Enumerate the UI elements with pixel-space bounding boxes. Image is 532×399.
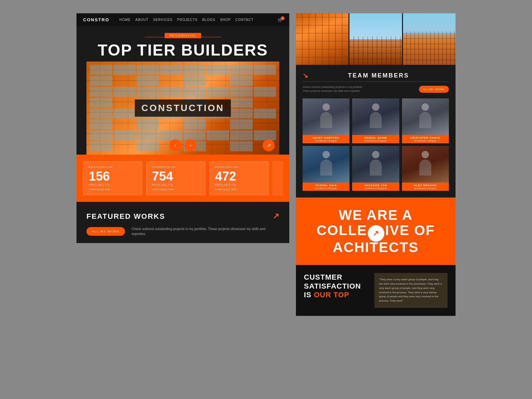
- team-desc: Check outmost outstanding projects in my…: [303, 85, 369, 93]
- nav-shop[interactable]: SHOP: [220, 18, 231, 22]
- member-role-1: Architecture Designer: [305, 140, 347, 142]
- collective-line2: COLLE↗IVE OF: [306, 223, 446, 240]
- featured-desc: Check outmost outstanding projects in my…: [132, 226, 279, 236]
- member-name-3: CRISTOFER SANTO: [404, 136, 447, 139]
- stat-renovation-desc: Lorem ipsum dolor: [215, 188, 263, 191]
- hero-title: TOP TIER BUILDERS: [86, 42, 279, 58]
- team-arrow-icon: ↘: [303, 71, 308, 79]
- building-image-1: [296, 13, 348, 65]
- stat-renovation-number: 472: [215, 170, 263, 183]
- collective-line1: WE ARE A: [306, 207, 446, 223]
- nav-blogs[interactable]: BLOGS: [202, 18, 215, 22]
- prev-slide-button[interactable]: ‹: [169, 139, 181, 151]
- collective-line4: ACHITECTS: [306, 240, 446, 255]
- member-role-2: Architecture Designer: [354, 140, 397, 142]
- collective-arrow-icon: ↗: [368, 225, 384, 242]
- all-my-work-button[interactable]: ALL MY WORK: [86, 227, 125, 236]
- team-divider: [303, 81, 449, 82]
- member-photo-3: [402, 98, 449, 135]
- nav-about[interactable]: ABOUT: [135, 18, 148, 22]
- member-name-6: ALEX DEKONO: [404, 184, 447, 187]
- member-badge-1: DAYAT SANTOSO Architecture Designer: [303, 135, 349, 143]
- featured-title: FEATURED WORKS: [86, 212, 165, 221]
- navbar: CONSTRO HOME ABOUT SERVICES PROJECTS BLO…: [76, 13, 289, 26]
- member-badge-6: ALEX DEKONO Architecture Designer: [402, 183, 449, 191]
- stat-partial: [273, 161, 283, 195]
- member-photo-6: [402, 146, 449, 183]
- featured-header: FEATURED WORKS ↙: [86, 212, 279, 221]
- stats-section: RESIDENTIAL 156 PROJECTS Lorem ipsum dol…: [76, 155, 289, 202]
- cart-badge: 0: [281, 16, 285, 20]
- stat-commercial-number: 754: [152, 170, 200, 183]
- featured-section: FEATURED WORKS ↙ ALL MY WORK Check outmo…: [76, 202, 289, 243]
- team-member-4: FEONAL ASIS Architecture Designer: [303, 146, 349, 191]
- team-member-6: ALEX DEKONO Architecture Designer: [402, 146, 449, 191]
- team-meta-row: Check outmost outstanding projects in my…: [303, 85, 449, 93]
- stat-commercial: COMMERCIAL 754 PROJECTS Lorem ipsum dolo…: [146, 161, 205, 195]
- nav-projects[interactable]: PROJECTS: [177, 18, 198, 22]
- team-title: TEAM MEMBERS: [308, 72, 449, 79]
- member-photo-2: [352, 98, 399, 135]
- person-silhouette-2: [367, 103, 384, 130]
- person-silhouette-4: [318, 151, 334, 178]
- slider-controls: ‹ ›: [169, 139, 197, 151]
- construction-overlay: CONSTUCTION: [135, 99, 231, 117]
- member-badge-2: DANIAL ADAM Architecture Designer: [352, 135, 399, 143]
- stat-commercial-desc: Lorem ipsum dolor: [152, 188, 200, 191]
- stat-residential-label: RESIDENTIAL: [89, 166, 137, 169]
- team-member-1: DAYAT SANTOSO Architecture Designer: [303, 98, 349, 143]
- satisfaction-section: CUSTMER SATISFACTION IS OUR TOP "They we…: [296, 265, 456, 316]
- stat-residential-sublabel: PROJECTS: [89, 183, 137, 187]
- stat-renovation: RENOVATION 472 PROJECTS Lorem ipsum dolo…: [209, 161, 269, 195]
- member-photo-5: [352, 146, 399, 183]
- right-panel: ↘ TEAM MEMBERS Check outmost outstanding…: [296, 13, 456, 316]
- featured-arrow-icon: ↙: [273, 212, 279, 221]
- nav-links: HOME ABOUT SERVICES PROJECTS BLOGS SHOP …: [119, 18, 271, 22]
- nav-home[interactable]: HOME: [119, 18, 131, 22]
- cart-icon[interactable]: 🛒0: [278, 18, 283, 22]
- satisfaction-title: CUSTMER SATISFACTION IS OUR TOP: [304, 273, 368, 299]
- person-silhouette-5: [367, 151, 384, 178]
- team-member-3: CRISTOFER SANTO Architecture Designer: [402, 98, 449, 143]
- member-role-6: Architecture Designer: [404, 187, 447, 190]
- member-badge-4: FEONAL ASIS Architecture Designer: [303, 183, 349, 191]
- top-images: [296, 13, 456, 65]
- stat-residential-desc: Lorem ipsum dolor: [89, 188, 137, 191]
- member-name-2: DANIAL ADAM: [354, 136, 397, 139]
- building-image-2: [349, 13, 402, 65]
- member-badge-3: CRISTOFER SANTO Architecture Designer: [402, 135, 449, 143]
- person-silhouette-1: [318, 103, 334, 130]
- team-section: ↘ TEAM MEMBERS Check outmost outstanding…: [296, 65, 456, 198]
- team-header: ↘ TEAM MEMBERS: [303, 71, 449, 79]
- member-role-3: Architecture Designer: [404, 140, 447, 142]
- hero-section: RESIDENTIAL TOP TIER BUILDERS CONSTUCTI: [76, 26, 289, 155]
- satisfaction-quote: "They were a very warm group of people, …: [374, 273, 448, 308]
- member-photo-4: [303, 146, 349, 183]
- hero-image: CONSTUCTION ‹ › ↗: [86, 62, 279, 155]
- member-name-1: DAYAT SANTOSO: [305, 136, 347, 139]
- team-member-2: DANIAL ADAM Architecture Designer: [352, 98, 399, 143]
- stat-commercial-label: COMMERCIAL: [152, 166, 200, 169]
- collective-section: WE ARE A COLLE↗IVE OF ACHITECTS: [296, 198, 456, 265]
- member-name-5: JACKSON JON: [354, 184, 397, 187]
- nav-contact[interactable]: CONTACT: [235, 18, 254, 22]
- stat-residential-number: 156: [89, 170, 137, 183]
- member-photo-1: [303, 98, 349, 135]
- left-panel: CONSTRO HOME ABOUT SERVICES PROJECTS BLO…: [76, 13, 289, 243]
- person-silhouette-3: [417, 103, 434, 130]
- stat-residential: RESIDENTIAL 156 PROJECTS Lorem ipsum dol…: [83, 161, 142, 195]
- team-member-5: JACKSON JON Architecture Designer: [352, 146, 399, 191]
- next-slide-button[interactable]: ›: [185, 139, 197, 151]
- person-silhouette-6: [417, 151, 434, 178]
- stat-renovation-sublabel: PROJECTS: [215, 183, 263, 187]
- team-all-work-button[interactable]: ALL MY WORK: [419, 86, 449, 93]
- member-role-5: Architecture Designer: [354, 187, 397, 190]
- stat-renovation-label: RENOVATION: [215, 166, 263, 169]
- hero-expand-button[interactable]: ↗: [263, 139, 275, 151]
- stat-commercial-sublabel: PROJECTS: [152, 183, 200, 187]
- team-grid: DAYAT SANTOSO Architecture Designer DANI…: [303, 98, 449, 191]
- member-badge-5: JACKSON JON Architecture Designer: [352, 183, 399, 191]
- member-role-4: Architecture Designer: [305, 187, 347, 190]
- nav-services[interactable]: SERVICES: [153, 18, 172, 22]
- featured-row: ALL MY WORK Check outmost outstanding pr…: [86, 226, 279, 236]
